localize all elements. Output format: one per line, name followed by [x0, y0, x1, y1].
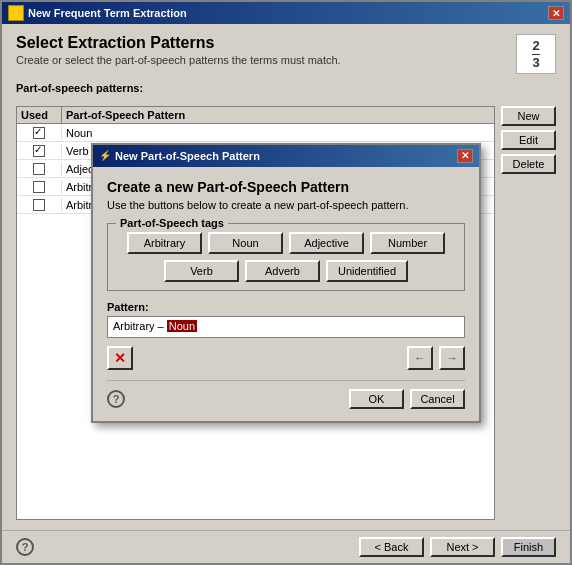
tag-number-button[interactable]: Number: [370, 232, 445, 254]
ok-button[interactable]: OK: [349, 389, 404, 409]
delete-icon: ✕: [114, 350, 126, 366]
pos-tags-group: Part-of-Speech tags Arbitrary Noun Adjec…: [107, 223, 465, 291]
tag-noun-button[interactable]: Noun: [208, 232, 283, 254]
arrow-right-icon: →: [446, 351, 458, 365]
tag-adjective-button[interactable]: Adjective: [289, 232, 364, 254]
modal-icon: ⚡: [99, 150, 111, 161]
cancel-button[interactable]: Cancel: [410, 389, 465, 409]
modal-title-bar-text: New Part-of-Speech Pattern: [115, 150, 260, 162]
modal-bottom: ? OK Cancel: [107, 380, 465, 409]
pattern-input[interactable]: Arbitrary – Noun: [107, 316, 465, 338]
pos-tags-row-1: Arbitrary Noun Adjective Number: [116, 232, 456, 254]
pattern-label: Pattern:: [107, 301, 465, 313]
tag-unidentified-button[interactable]: Unidentified: [326, 260, 408, 282]
main-window: ⚡ New Frequent Term Extraction ✕ Select …: [0, 0, 572, 565]
modal-close-button[interactable]: ✕: [457, 149, 473, 163]
pos-tags-legend: Part-of-Speech tags: [116, 217, 228, 229]
pattern-section: Pattern: Arbitrary – Noun: [107, 301, 465, 338]
tag-verb-button[interactable]: Verb: [164, 260, 239, 282]
modal-content: Create a new Part-of-Speech Pattern Use …: [93, 167, 479, 421]
modal-heading: Create a new Part-of-Speech Pattern: [107, 179, 465, 195]
move-left-button[interactable]: ←: [407, 346, 433, 370]
pattern-highlighted: Noun: [167, 320, 197, 332]
pattern-controls: ✕ ← →: [107, 346, 465, 370]
modal-ok-cancel: OK Cancel: [349, 389, 465, 409]
modal-description: Use the buttons below to create a new pa…: [107, 199, 465, 211]
modal-overlay: ⚡ New Part-of-Speech Pattern ✕ Create a …: [2, 2, 570, 563]
tag-arbitrary-button[interactable]: Arbitrary: [127, 232, 202, 254]
modal-help-icon[interactable]: ?: [107, 390, 125, 408]
pos-tags-row-2: Verb Adverb Unidentified: [116, 260, 456, 282]
modal-title-bar: ⚡ New Part-of-Speech Pattern ✕: [93, 145, 479, 167]
tag-adverb-button[interactable]: Adverb: [245, 260, 320, 282]
delete-pattern-button[interactable]: ✕: [107, 346, 133, 370]
modal-dialog: ⚡ New Part-of-Speech Pattern ✕ Create a …: [91, 143, 481, 423]
pattern-prefix: Arbitrary –: [113, 320, 167, 332]
move-right-button[interactable]: →: [439, 346, 465, 370]
arrow-left-icon: ←: [414, 351, 426, 365]
